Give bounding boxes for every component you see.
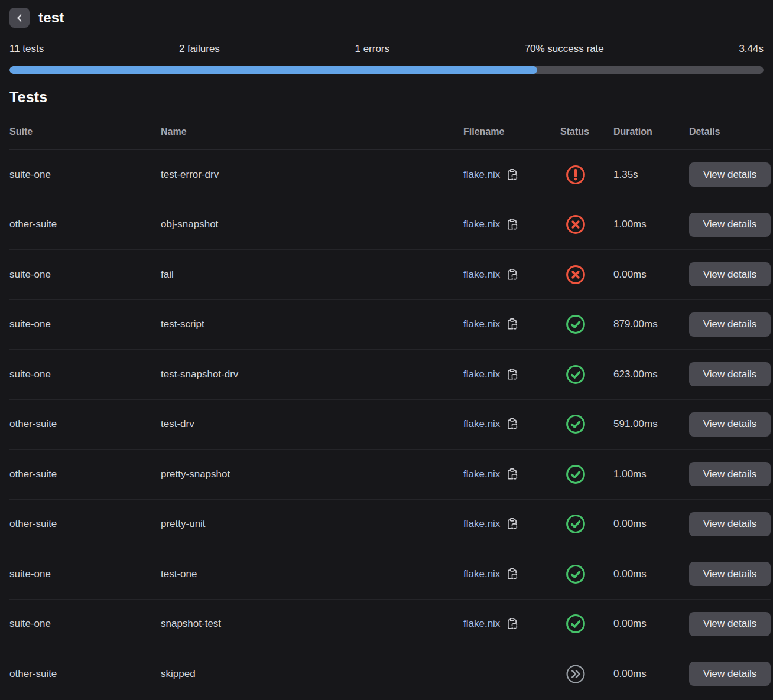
name-cell: test-drv: [161, 418, 463, 430]
table-row: suite-one fail flake.nix 0.0: [9, 250, 771, 300]
status-fail-x-circle-icon: [565, 264, 586, 285]
filename-link[interactable]: flake.nix: [463, 568, 500, 580]
status-cell: [560, 464, 613, 485]
status-skipped-chevrons-right-circle-icon: [565, 663, 586, 685]
clipboard-copy-icon: [506, 418, 518, 431]
suite-cell: suite-one: [9, 269, 161, 281]
status-pass-check-circle-icon: [565, 364, 586, 385]
filename-cell: flake.nix: [463, 368, 560, 381]
clipboard-copy-icon: [506, 568, 518, 581]
filename-link[interactable]: flake.nix: [463, 318, 500, 330]
status-cell: [560, 364, 613, 385]
suite-cell: other-suite: [9, 518, 161, 530]
table-row: suite-one test-script flake.nix 879.0: [9, 300, 771, 350]
details-cell: View details: [689, 412, 771, 437]
duration-cell: 0.00ms: [613, 668, 689, 680]
filename-link[interactable]: flake.nix: [463, 269, 500, 281]
view-details-button[interactable]: View details: [689, 362, 771, 386]
status-error-alert-circle-icon: [565, 164, 586, 185]
status-pass-check-circle-icon: [565, 314, 586, 335]
duration-cell: 1.35s: [613, 169, 689, 181]
view-details-button[interactable]: View details: [689, 612, 771, 636]
details-cell: View details: [689, 662, 771, 686]
status-cell: [560, 214, 613, 235]
name-cell: test-error-drv: [161, 169, 463, 181]
copy-filename-button[interactable]: [506, 568, 518, 581]
view-details-button[interactable]: View details: [689, 512, 771, 536]
filename-link[interactable]: flake.nix: [463, 518, 500, 530]
copy-filename-button[interactable]: [506, 368, 518, 381]
stat-success-rate: 70% success rate: [525, 43, 604, 55]
success-rate-progress-fill: [9, 66, 537, 74]
name-cell: snapshot-test: [161, 618, 463, 630]
duration-cell: 879.00ms: [613, 318, 689, 330]
view-details-button[interactable]: View details: [689, 262, 771, 286]
details-cell: View details: [689, 312, 771, 337]
view-details-button[interactable]: View details: [689, 462, 771, 486]
name-cell: fail: [161, 269, 463, 281]
table-row: suite-one snapshot-test flake.nix 0.0: [9, 600, 771, 650]
page-title: test: [38, 9, 64, 26]
details-cell: View details: [689, 562, 771, 586]
status-pass-check-circle-icon: [565, 414, 586, 435]
details-cell: View details: [689, 612, 771, 636]
view-details-button[interactable]: View details: [689, 213, 771, 237]
details-cell: View details: [689, 462, 771, 486]
status-pass-check-circle-icon: [565, 613, 586, 634]
filename-link[interactable]: flake.nix: [463, 219, 500, 230]
copy-filename-button[interactable]: [506, 617, 518, 630]
view-details-button[interactable]: View details: [689, 162, 771, 187]
table-row: other-suite test-drv flake.nix 591.00: [9, 400, 771, 450]
title-row: test: [9, 7, 764, 28]
back-button[interactable]: [9, 8, 30, 28]
copy-filename-button[interactable]: [506, 268, 518, 281]
status-pass-check-circle-icon: [565, 513, 586, 535]
summary-stats: 11 tests 2 failures 1 errors 70% success…: [9, 43, 764, 55]
copy-filename-button[interactable]: [506, 318, 518, 331]
clipboard-copy-icon: [506, 517, 518, 530]
name-cell: skipped: [161, 668, 463, 680]
status-cell: [560, 164, 613, 185]
view-details-button[interactable]: View details: [689, 662, 771, 686]
copy-filename-button[interactable]: [506, 218, 518, 231]
table-row: other-suite pretty-unit flake.nix 0.0: [9, 500, 771, 550]
suite-cell: other-suite: [9, 219, 161, 230]
status-cell: [560, 663, 613, 685]
view-details-button[interactable]: View details: [689, 312, 771, 337]
copy-filename-button[interactable]: [506, 468, 518, 481]
name-cell: test-one: [161, 568, 463, 580]
filename-link[interactable]: flake.nix: [463, 369, 500, 380]
clipboard-copy-icon: [506, 368, 518, 381]
table-row: suite-one test-error-drv flake.nix: [9, 150, 771, 200]
duration-cell: 0.00ms: [613, 269, 689, 281]
copy-filename-button[interactable]: [506, 418, 518, 431]
name-cell: pretty-unit: [161, 518, 463, 530]
suite-cell: other-suite: [9, 418, 161, 430]
suite-cell: other-suite: [9, 668, 161, 680]
duration-cell: 0.00ms: [613, 618, 689, 630]
table-row: other-suite skipped 0.00ms: [9, 649, 771, 699]
filename-link[interactable]: flake.nix: [463, 418, 500, 430]
name-cell: test-script: [161, 318, 463, 330]
filename-link[interactable]: flake.nix: [463, 618, 500, 630]
filename-link[interactable]: flake.nix: [463, 468, 500, 480]
view-details-button[interactable]: View details: [689, 562, 771, 586]
report-summary-section: test 11 tests 2 failures 1 errors 70% su…: [0, 0, 773, 106]
copy-filename-button[interactable]: [506, 168, 518, 181]
copy-filename-button[interactable]: [506, 517, 518, 530]
filename-cell: flake.nix: [463, 268, 560, 281]
clipboard-copy-icon: [506, 468, 518, 481]
filename-cell: flake.nix: [463, 318, 560, 331]
clipboard-copy-icon: [506, 617, 518, 630]
status-cell: [560, 564, 613, 585]
status-cell: [560, 414, 613, 435]
column-header-name: Name: [161, 126, 463, 137]
filename-link[interactable]: flake.nix: [463, 169, 500, 181]
status-cell: [560, 513, 613, 535]
view-details-button[interactable]: View details: [689, 412, 771, 437]
status-cell: [560, 314, 613, 335]
filename-cell: flake.nix: [463, 218, 560, 231]
tests-table-body: suite-one test-error-drv flake.nix: [9, 150, 771, 699]
chevron-left-icon: [15, 13, 25, 23]
column-header-status: Status: [560, 126, 613, 137]
